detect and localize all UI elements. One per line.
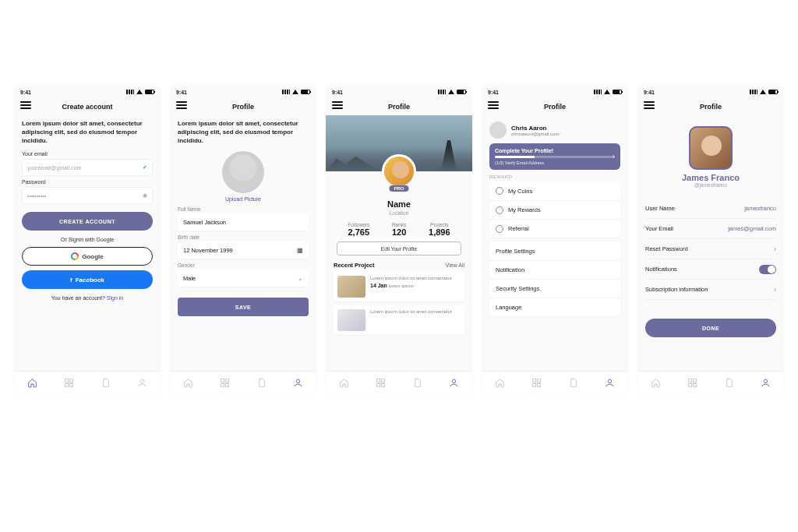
svg-rect-11 [382, 379, 385, 382]
row-my-coins[interactable]: My Coins [489, 181, 620, 200]
password-label: Password [22, 179, 153, 185]
check-icon: ✓ [143, 164, 147, 171]
avatar[interactable] [689, 126, 733, 170]
create-account-button[interactable]: CREATE ACCOUNT [22, 212, 153, 231]
nav-doc[interactable] [568, 378, 579, 389]
page-title: Profile [388, 103, 410, 111]
reward-card: My Coins My Rewards Referral [489, 181, 620, 238]
svg-point-14 [452, 379, 455, 382]
gender-select[interactable]: Male⌄ [178, 270, 309, 287]
nav-grid[interactable] [64, 378, 75, 389]
signin-link[interactable]: Sign in [107, 295, 123, 301]
intro-text: Lorem ipsum dolor sit amet, consectetur … [22, 120, 153, 145]
stats-row: Followers2,765 Ranks120 Projects1,896 [337, 222, 461, 237]
battery-icon [457, 90, 466, 94]
nav-doc[interactable] [101, 378, 111, 389]
menu-icon[interactable] [176, 101, 187, 109]
svg-rect-15 [533, 379, 536, 382]
nav-home[interactable] [27, 378, 38, 389]
notifications-toggle[interactable] [759, 265, 776, 274]
row-my-rewards[interactable]: My Rewards [489, 200, 620, 219]
user-header[interactable]: Chris Aaronchrisaaron@gmail.com [489, 122, 620, 139]
password-value: •••••••••• [27, 193, 47, 199]
settings-card: Profile Settings Notification Security S… [489, 241, 620, 316]
nav-home[interactable] [651, 378, 662, 389]
nav-doc[interactable] [724, 378, 735, 389]
row-language[interactable]: Language [489, 298, 620, 316]
signal-icon [282, 90, 290, 94]
row-notification[interactable]: Notification [489, 260, 620, 279]
eye-icon[interactable]: ◉ [143, 192, 147, 199]
nav-profile[interactable] [605, 378, 616, 389]
calendar-icon[interactable]: ▦ [297, 247, 303, 254]
status-icons [126, 90, 154, 94]
nav-doc[interactable] [256, 378, 267, 389]
recent-project-header: Recent Project View All [334, 262, 464, 269]
chevron-right-icon: › [613, 153, 615, 160]
complete-profile-banner[interactable]: Complete Your Profile! (1/3) Verify Emai… [489, 143, 620, 170]
signal-icon [594, 90, 602, 94]
stat-followers[interactable]: Followers2,765 [348, 222, 369, 237]
or-divider: Or Signin with Google [22, 237, 153, 242]
nav-grid[interactable] [220, 378, 231, 389]
facebook-button[interactable]: f Facebook [22, 270, 153, 289]
upload-picture-link[interactable]: Upload Picture [178, 196, 309, 202]
password-input[interactable]: •••••••••• ◉ [22, 187, 153, 204]
bottom-nav [170, 371, 316, 394]
nav-profile[interactable] [137, 378, 148, 389]
svg-rect-6 [226, 379, 229, 382]
fullname-label: Full Name [178, 206, 309, 212]
svg-point-9 [296, 379, 299, 382]
nav-grid[interactable] [376, 378, 387, 389]
google-button[interactable]: Google [22, 247, 153, 266]
avatar-placeholder[interactable] [222, 151, 264, 193]
menu-icon[interactable] [332, 101, 343, 109]
nav-grid[interactable] [687, 378, 698, 389]
nav-profile[interactable] [449, 378, 460, 389]
row-security-settings[interactable]: Security Settings [489, 279, 620, 298]
svg-rect-12 [377, 384, 380, 387]
row-username[interactable]: User Namejamesfranco [645, 199, 776, 219]
email-input[interactable]: youremail@gmail.com ✓ [22, 159, 153, 176]
edit-profile-button[interactable]: Edit Your Profile [337, 241, 461, 255]
wifi-icon [136, 90, 143, 94]
row-email[interactable]: Your Emailjames@gmail.com [645, 219, 776, 239]
nav-profile[interactable] [761, 378, 772, 389]
profile-location: Location [334, 210, 464, 216]
done-button[interactable]: DONE [645, 319, 776, 337]
stat-ranks[interactable]: Ranks120 [392, 222, 406, 237]
menu-icon[interactable] [20, 101, 31, 109]
row-referral[interactable]: Referral [489, 219, 620, 238]
bottom-nav [326, 371, 472, 394]
page-title: Create account [62, 103, 112, 111]
row-profile-settings[interactable]: Profile Settings [489, 241, 620, 260]
nav-home[interactable] [495, 378, 506, 389]
nav-profile[interactable] [293, 378, 304, 389]
screen-profile-settings: 9:41 Profile James Franco @jamesfranco U… [637, 86, 784, 394]
menu-icon[interactable] [644, 101, 655, 109]
nav-grid[interactable] [531, 378, 542, 389]
nav-home[interactable] [339, 378, 350, 389]
topbar: Profile [326, 98, 472, 115]
reward-icon [496, 206, 503, 214]
birthdate-input[interactable]: 12 November 1999▦ [178, 241, 309, 259]
status-bar: 9:41 [170, 86, 316, 98]
project-item[interactable]: Lorem ipsum dolor sit amet consectetur [334, 305, 464, 335]
battery-icon [613, 90, 622, 94]
svg-rect-17 [533, 384, 536, 387]
stat-projects[interactable]: Projects1,896 [429, 222, 450, 237]
save-button[interactable]: SAVE [178, 298, 309, 316]
project-item[interactable]: Lorem ipsum dolor sit amet consectetur14… [334, 272, 464, 301]
menu-icon[interactable] [488, 101, 499, 109]
wifi-icon [604, 90, 610, 94]
signal-icon [438, 90, 446, 94]
fullname-input[interactable]: Samuel Jackson [178, 213, 309, 231]
row-subscription[interactable]: Subscription information› [645, 280, 776, 300]
nav-doc[interactable] [412, 378, 423, 389]
row-notifications[interactable]: Notifications [645, 259, 776, 280]
avatar[interactable] [382, 154, 416, 188]
row-reset-password[interactable]: Reset Password› [645, 239, 776, 259]
nav-home[interactable] [183, 378, 194, 389]
view-all-link[interactable]: View All [446, 262, 464, 268]
topbar: Profile [637, 98, 784, 115]
